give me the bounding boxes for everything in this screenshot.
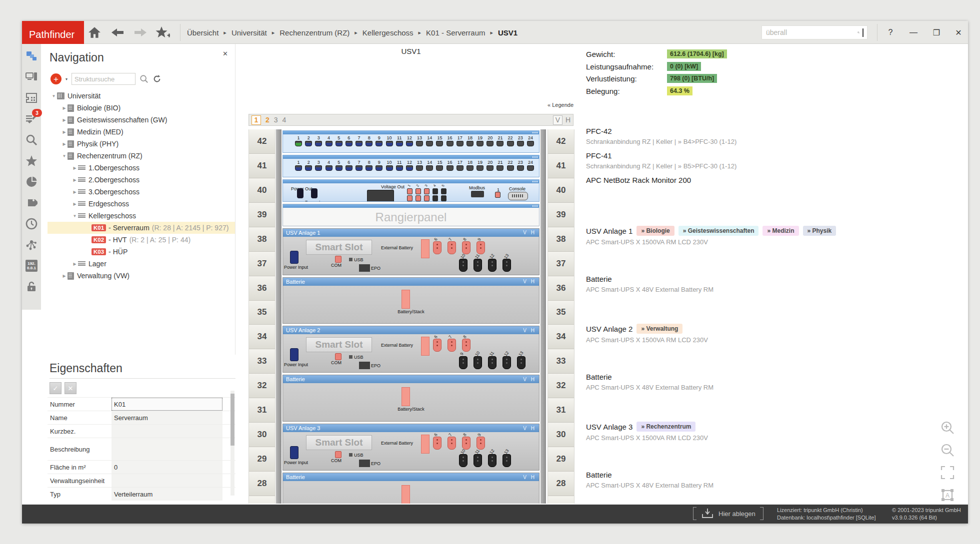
patch-port[interactable]: 14 — [426, 135, 433, 146]
search-icon[interactable] — [858, 27, 860, 37]
tree-item[interactable]: ▶2.Obergeschoss — [48, 174, 235, 186]
orientation-h-button[interactable]: H — [566, 116, 570, 124]
tree-item[interactable]: ▶3.Obergeschoss — [48, 186, 235, 198]
rack-device-usv[interactable]: USV Anlage 2V HSmart SlotPower InputCOMU… — [282, 326, 540, 373]
orientation-v-button[interactable]: V — [553, 115, 562, 125]
property-value-field[interactable]: Verteilerraum — [112, 488, 222, 501]
patch-port[interactable]: 10 — [386, 160, 393, 171]
device-label-name[interactable]: Batterie — [586, 373, 612, 381]
rack-page-tab[interactable]: 3 — [274, 116, 278, 124]
breadcrumb-item[interactable]: Kellergeschoss — [362, 28, 414, 37]
outlet-connector-icon[interactable] — [502, 454, 511, 467]
patch-port[interactable]: 13 — [416, 160, 423, 171]
rack-device-plain[interactable]: Rangierpanel — [282, 204, 540, 226]
tree-item[interactable]: ▼Universität — [48, 90, 235, 102]
device-label-name[interactable]: USV Anlage 3 — [586, 423, 632, 431]
add-node-button[interactable]: + — [50, 73, 62, 84]
patch-port[interactable]: 1 — [295, 160, 302, 171]
rail-floorplan-icon[interactable] — [24, 90, 39, 105]
rail-lock-icon[interactable] — [24, 279, 39, 294]
expander-open-icon[interactable]: ▼ — [50, 94, 57, 98]
zoom-out-icon[interactable] — [940, 443, 955, 458]
outlet-connector-icon[interactable] — [448, 437, 456, 450]
patch-port[interactable]: 19 — [476, 135, 484, 146]
patch-port[interactable]: 4 — [326, 160, 332, 171]
tree-item[interactable]: ▶Biologie (BIO) — [48, 102, 235, 114]
drop-zone[interactable]: Hier ablegen — [693, 507, 764, 520]
rail-network-icon[interactable] — [24, 237, 39, 252]
rail-ip-icon[interactable]: 192.0.0.1 — [24, 258, 39, 273]
outlet-connector-icon[interactable] — [448, 241, 456, 254]
expander-closed-icon[interactable]: ▶ — [72, 190, 78, 194]
patch-port[interactable]: 10 — [386, 135, 393, 146]
patch-port[interactable]: 5 — [336, 160, 342, 171]
patch-port[interactable]: 20 — [486, 135, 494, 146]
home-button[interactable] — [87, 25, 102, 40]
outlet-connector-icon[interactable] — [433, 437, 442, 450]
patch-port[interactable]: 8 — [366, 160, 372, 171]
minimize-button[interactable]: — — [906, 26, 921, 39]
tree-item[interactable]: ▶Lager — [48, 258, 235, 270]
patch-port[interactable]: 19 — [476, 160, 484, 171]
expander-open-icon[interactable]: ▼ — [72, 214, 78, 218]
breadcrumb-item[interactable]: Rechenzentrum (RZ) — [280, 28, 350, 37]
tree-item[interactable]: ▼Rechenzentrum (RZ) — [48, 150, 235, 162]
apply-button[interactable]: ✓ — [50, 382, 62, 394]
tree-item[interactable]: K01- Serverraum(R: 28 | A: 2145 | P: 927… — [48, 222, 235, 234]
rail-clock-icon[interactable] — [24, 216, 39, 231]
patch-port[interactable]: 3 — [315, 160, 322, 171]
rack-device-patch[interactable]: 123456789101112131415161718192021222324 — [282, 130, 540, 153]
select-text-icon[interactable]: A — [940, 488, 955, 503]
device-label-name[interactable]: USV Anlage 2 — [586, 325, 632, 333]
device-label-name[interactable]: Batterie — [586, 275, 612, 283]
outlet-connector-icon[interactable] — [462, 437, 470, 450]
rail-tag-icon[interactable] — [24, 195, 39, 210]
patch-port[interactable]: 24 — [527, 160, 534, 171]
tree-item[interactable]: ▼Kellergeschoss — [48, 210, 235, 222]
help-button[interactable]: ? — [883, 26, 898, 39]
global-search-input[interactable] — [765, 28, 858, 37]
property-value-field[interactable]: K01 — [112, 398, 222, 411]
discard-button[interactable]: ✕ — [64, 382, 76, 394]
expander-closed-icon[interactable]: ▶ — [61, 118, 68, 122]
outlet-connector-icon[interactable] — [448, 339, 456, 352]
add-node-caret-icon[interactable]: ▾ — [66, 77, 68, 81]
department-tag[interactable]: » Medizin — [762, 226, 798, 236]
patch-port[interactable]: 4 — [326, 135, 332, 146]
structure-search-icon[interactable] — [140, 74, 148, 83]
tree-item[interactable]: ▶Physik (PHY) — [48, 138, 235, 150]
outlet-connector-icon[interactable] — [433, 339, 442, 352]
restore-button[interactable]: ❐ — [929, 26, 944, 39]
patch-port[interactable]: 21 — [496, 160, 504, 171]
outlet-connector-icon[interactable] — [459, 259, 468, 272]
department-tag[interactable]: » Biologie — [636, 226, 674, 236]
rack-device-batt[interactable]: BatterieV HBattery/Stack — [282, 277, 540, 324]
property-value-field[interactable] — [112, 474, 222, 487]
device-label-name[interactable]: Batterie — [586, 471, 612, 479]
patch-port[interactable]: 18 — [466, 160, 474, 171]
expander-closed-icon[interactable]: ▶ — [72, 202, 78, 206]
patch-port[interactable]: 11 — [396, 160, 403, 171]
rail-search-icon[interactable] — [24, 132, 39, 147]
outlet-connector-icon[interactable] — [474, 356, 482, 369]
patch-port[interactable]: 1 — [295, 135, 302, 146]
refresh-icon[interactable] — [152, 74, 162, 83]
close-button[interactable]: ✕ — [951, 26, 966, 39]
patch-port[interactable]: 18 — [466, 135, 474, 146]
rail-structure-icon[interactable] — [24, 48, 39, 63]
property-value-field[interactable]: 0 — [112, 461, 222, 474]
expander-open-icon[interactable]: ▼ — [61, 154, 68, 158]
patch-port[interactable]: 22 — [507, 160, 514, 171]
tree-item[interactable]: ▶Geisteswissenschaften (GW) — [48, 114, 235, 126]
patch-port[interactable]: 12 — [406, 135, 413, 146]
patch-port[interactable]: 7 — [356, 160, 362, 171]
device-label-name[interactable]: APC NetBotz Rack Monitor 200 — [586, 176, 691, 184]
outlet-connector-icon[interactable] — [474, 454, 482, 467]
rack-device-usv[interactable]: USV Anlage 3V HSmart SlotPower InputCOMU… — [282, 424, 540, 471]
property-value-field[interactable]: Serverraum — [112, 411, 222, 424]
breadcrumb-item[interactable]: Übersicht — [187, 28, 218, 37]
device-label-name[interactable]: PFC-41 — [586, 151, 612, 160]
tree-item[interactable]: K03- HÜP — [48, 246, 235, 258]
breadcrumb-item[interactable]: K01 - Serverraum — [426, 28, 485, 37]
patch-port[interactable]: 3 — [315, 135, 322, 146]
